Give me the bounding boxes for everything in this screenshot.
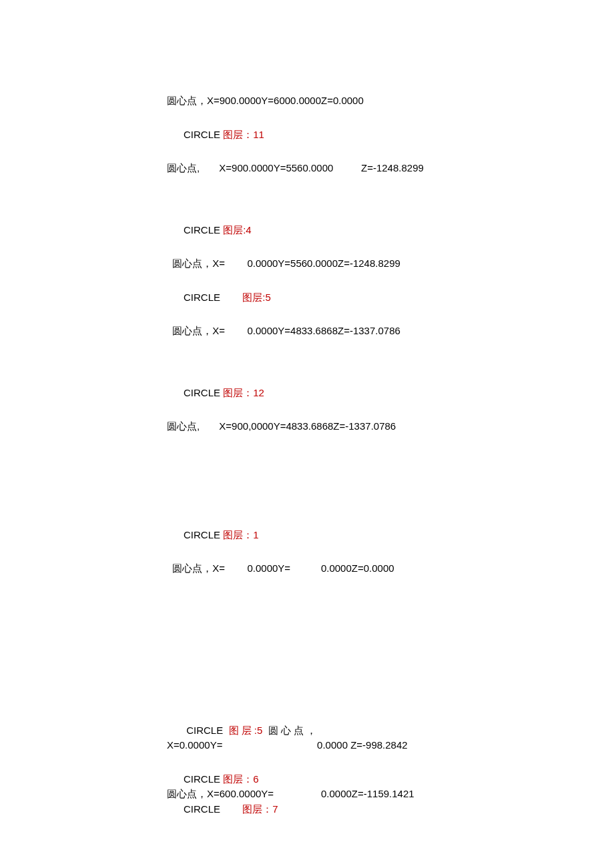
document-content: 圆心点，X=900.0000Y=6000.0000Z=0.0000 CIRCLE… xyxy=(167,93,501,817)
text-segment: 圆心点，X= 0.0000Y= 0.0000Z=0.0000 xyxy=(167,562,394,574)
text-segment: CIRCLE xyxy=(167,292,242,303)
text-segment: 圆心点, X=900.0000Y=5560.0000 Z=-1248.8299 xyxy=(167,162,424,173)
text-segment: CIRCLE xyxy=(167,224,223,236)
spacer xyxy=(167,576,501,723)
layer-label: 图层：11 xyxy=(223,129,264,140)
text-line: CIRCLE 图 层 :5 圆 心 点 ， xyxy=(167,723,501,739)
layer-label: 图 层 :5 xyxy=(229,725,263,736)
spacer xyxy=(167,434,501,528)
spacer xyxy=(167,339,501,386)
text-segment: CIRCLE xyxy=(167,129,223,140)
layer-label: 图层：12 xyxy=(223,387,264,398)
text-segment: CIRCLE xyxy=(167,725,229,736)
text-line: 圆心点，X= 0.0000Y=4833.6868Z=-1337.0786 xyxy=(167,324,501,339)
text-line: 圆心点，X=600.0000Y= 0.0000Z=-1159.1421 xyxy=(167,787,501,802)
layer-label: 图层:4 xyxy=(223,224,252,236)
text-segment: X=0.0000Y= 0.0000 Z=-998.2842 xyxy=(167,739,408,751)
layer-label: 图层：1 xyxy=(223,529,258,540)
text-line: CIRCLE 图层：12 xyxy=(167,386,501,401)
spacer xyxy=(167,305,501,324)
spacer xyxy=(167,109,501,127)
spacer xyxy=(167,272,501,290)
spacer xyxy=(167,142,501,161)
layer-label: 图层：7 xyxy=(242,803,278,815)
text-segment: 圆心点，X=900.0000Y=6000.0000Z=0.0000 xyxy=(167,95,364,106)
text-segment: CIRCLE xyxy=(167,387,223,398)
spacer xyxy=(167,542,501,561)
text-line: X=0.0000Y= 0.0000 Z=-998.2842 xyxy=(167,738,501,753)
text-segment: 圆心点, X=900,0000Y=4833.6868Z=-1337.0786 xyxy=(167,420,396,432)
text-line: CIRCLE 图层：1 xyxy=(167,528,501,543)
text-line: CIRCLE 图层：6 xyxy=(167,772,501,787)
spacer xyxy=(167,238,501,256)
text-segment: CIRCLE xyxy=(167,529,223,540)
layer-label: 图层:5 xyxy=(242,292,271,303)
text-line: CIRCLE 图层：11 xyxy=(167,127,501,143)
text-segment: 圆心点，X=600.0000Y= 0.0000Z=-1159.1421 xyxy=(167,788,414,799)
spacer xyxy=(167,176,501,223)
text-line: 圆心点，X=900.0000Y=6000.0000Z=0.0000 xyxy=(167,93,501,109)
text-segment: CIRCLE xyxy=(167,803,242,815)
spacer xyxy=(167,400,501,419)
text-line: 圆心点, X=900.0000Y=5560.0000 Z=-1248.8299 xyxy=(167,161,501,176)
text-segment: CIRCLE xyxy=(167,773,223,785)
text-segment: 圆 心 点 ， xyxy=(262,725,316,736)
text-line: CIRCLE 图层:4 xyxy=(167,223,501,238)
text-line: CIRCLE 图层:5 xyxy=(167,290,501,306)
text-line: 圆心点, X=900,0000Y=4833.6868Z=-1337.0786 xyxy=(167,419,501,434)
text-segment: 圆心点，X= 0.0000Y=4833.6868Z=-1337.0786 xyxy=(167,325,400,336)
text-line: CIRCLE 图层：7 xyxy=(167,802,501,817)
layer-label: 图层：6 xyxy=(223,773,258,785)
text-segment: 圆心点，X= 0.0000Y=5560.0000Z=-1248.8299 xyxy=(167,258,400,269)
spacer xyxy=(167,753,501,772)
text-line: 圆心点，X= 0.0000Y=5560.0000Z=-1248.8299 xyxy=(167,256,501,272)
text-line: 圆心点，X= 0.0000Y= 0.0000Z=0.0000 xyxy=(167,561,501,576)
